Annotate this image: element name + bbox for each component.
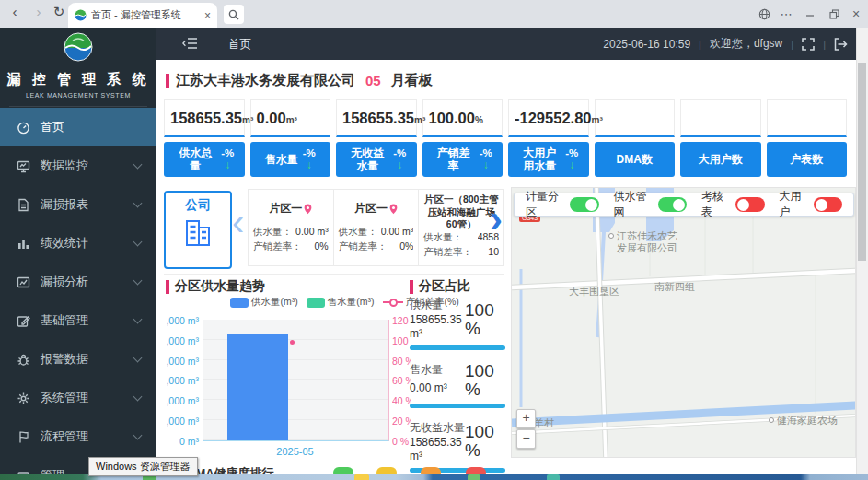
ratio-percent: 100 % [465,362,505,399]
sidebar-item-data-monitor[interactable]: 数据监控 [0,146,156,185]
divider [164,274,504,275]
browser-tab[interactable]: 首页 - 漏控管理系统 × [68,3,217,28]
trend-plot-area [203,320,389,441]
down-arrow-icon: ↓ [225,159,230,171]
taskbar-app-icon[interactable] [547,474,560,480]
tab-close-icon[interactable]: × [204,9,211,22]
toggle-switch[interactable] [570,197,598,212]
ratio-percent: 100 % [465,301,505,338]
district-card[interactable]: 片区一 供水量：0.00 m³ 产销差率：0% [248,189,334,266]
meter-count-button[interactable]: 户表数 [767,142,848,177]
kpi-button-row: 供水总量-%↓ 售水量-%↓ 无收益水量-%↓ 产销差率-%↓ 大用户用水量-%… [164,142,847,177]
window-restore-icon[interactable] [826,6,842,22]
chevron-down-icon [133,160,143,170]
sidebar-item-system-management[interactable]: 系统管理 [0,379,156,417]
carousel-prev-icon[interactable]: ‹ [232,204,244,240]
map-canvas[interactable]: G343 江苏佳禾农艺 发展有限公司 大丰围垦区 南新四组 羊村 健海家庭农场 … [511,187,856,458]
fullscreen-icon[interactable] [802,38,815,51]
legend-sales[interactable]: 售水量(m³) [307,296,375,309]
toggle-metering-zone: 计量分区 [526,189,599,220]
sidebar-item-performance-stats[interactable]: 绩效统计 [0,224,156,263]
district-card[interactable]: 片区一 供水量：0.00 m³ 产销差率：0% [333,189,420,266]
gear-icon [17,392,30,405]
y-axis-label: ,000 m³ [156,416,199,427]
y-axis-label: ,000 m³ [156,335,199,346]
toggle-switch[interactable] [658,197,687,212]
bug-icon [17,353,30,367]
non-revenue-button[interactable]: 无收益水量-%↓ [336,142,417,177]
legend-supply[interactable]: 供水量(m³) [230,296,298,309]
sidebar-item-basic-management[interactable]: 基础管理 [0,301,156,340]
browser-reload-icon[interactable]: ↻ [50,4,68,20]
menu-collapse-icon[interactable] [182,37,198,50]
app-header: 首页 2025-06-16 10:59 | 欢迎您，dfgsw | | [156,28,868,60]
trend-bar[interactable] [227,334,288,440]
page-title: 江苏大丰港水务发展有限公司 05 月看板 [166,72,433,89]
sidebar-menu: 首页 数据监控 漏损报表 绩效统计 漏损分析 基础管理 报警数据 系统管理 [0,108,156,480]
tab-home[interactable]: 首页 [228,37,251,53]
tab-favicon [75,9,87,21]
kpi-card-row: 158655.35m³ 0.00m³ 158655.35m³ 100.00% -… [164,99,847,137]
y-axis-label: ,000 m³ [156,356,199,367]
search-icon[interactable] [224,5,244,24]
toggle-switch[interactable] [814,197,842,212]
down-arrow-icon: ↓ [569,159,574,171]
trend-section-title: 分区供水量趋势 [166,278,265,295]
welcome-user: 欢迎您，dfgsw [710,36,782,52]
ratio-percent: 100 % [465,423,505,460]
more-menu-icon[interactable]: ⋯ [778,6,794,22]
browser-chrome: ‹ › ↻ 首页 - 漏控管理系统 × ⋯ × [0,0,868,28]
sidebar-item-process-management[interactable]: 流程管理 [0,417,156,456]
edit-icon [17,314,30,328]
sidebar-item-leak-report[interactable]: 漏损报表 [0,185,156,224]
browser-globe-icon[interactable] [756,6,772,22]
scrollbar-thumb[interactable] [858,63,866,261]
sidebar-item-alarm-data[interactable]: 报警数据 [0,340,156,379]
monitor-icon [17,159,30,173]
kpi-card-dma-count [595,99,676,137]
y2-axis-label: 20 % [392,416,411,427]
map-pin-icon [389,204,398,215]
y2-axis-label: 100 % [392,335,411,346]
ratio-item-non-revenue: 无收益水量 100 % 158655.35 m³ [410,420,505,473]
dma-count-button[interactable]: DMA数 [595,142,676,177]
sidebar-item-leak-analysis[interactable]: 漏损分析 [0,263,156,301]
map-zoom-out-button[interactable]: − [516,429,536,449]
supply-total-button[interactable]: 供水总量-%↓ [164,142,245,177]
y-axis-label: 0 m³ [156,436,199,447]
carousel-next-icon[interactable]: › [490,200,503,239]
window-close-icon[interactable]: × [848,6,864,22]
sidebar-item-home[interactable]: 首页 [0,108,156,146]
report-icon [17,198,30,212]
kpi-card-sales: 0.00m³ [250,99,331,137]
app-logo [64,32,93,62]
nrw-rate-button[interactable]: 产销差率-%↓ [422,142,503,177]
chevron-down-icon [133,392,143,402]
window-minimize-icon[interactable] [802,6,818,22]
toggle-switch[interactable] [735,197,764,212]
taskbar-tooltip: Windows 资源管理器 [88,457,198,476]
ratio-list: 供水量 100 % 158655.35 m³ 售水量 100 % 0.00 m³… [410,298,505,480]
browser-forward-icon[interactable]: › [29,4,48,19]
sales-button[interactable]: 售水量-%↓ [250,142,331,177]
sidebar: 漏 控 管 理 系 统 LEAK MANAGEMENT SYSTEM 首页 数据… [0,28,156,480]
progress-bar [410,345,505,350]
analysis-icon [17,275,30,289]
taskbar-app-icon[interactable] [468,474,480,480]
taskbar-folder-icon[interactable] [354,474,369,480]
map-label-area2: 南新四组 [654,281,695,292]
large-user-usage-button[interactable]: 大用户用水量-%↓ [508,142,589,177]
chevron-down-icon [133,315,143,324]
kpi-card-non-revenue: 158655.35m³ [336,99,417,137]
company-card[interactable]: 公司 [164,191,232,269]
trend-line-point[interactable] [290,340,295,345]
toggle-supply-network: 供水管网 [614,189,688,220]
y2-axis-label: 0 % [392,436,411,447]
flow-icon [17,430,30,444]
bar-chart-icon [17,237,30,251]
chevron-down-icon [133,199,143,208]
browser-back-icon[interactable]: ‹ [6,4,24,19]
large-user-count-button[interactable]: 大用户数 [680,142,761,177]
map-zoom-in-button[interactable]: + [516,409,536,428]
logout-icon[interactable] [834,38,848,51]
